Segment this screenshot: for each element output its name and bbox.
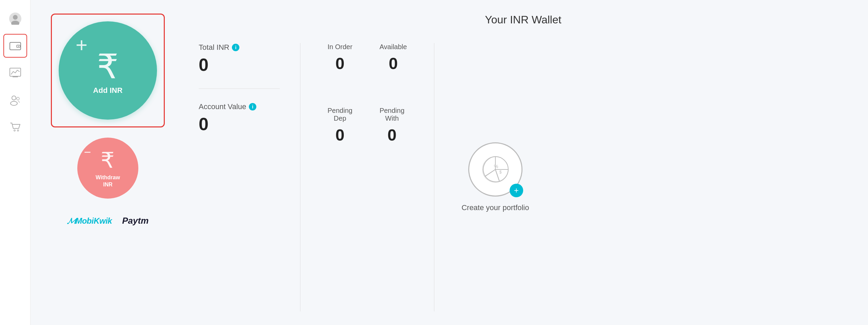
portfolio-section: % $ + Create your portfolio [434, 43, 529, 311]
paytm-logo: Paytm [122, 216, 149, 226]
in-order-label: In Order [328, 43, 352, 51]
mobikwik-logo: 𝓜MobiKwik [67, 216, 112, 226]
sidebar-item-wallet[interactable] [3, 34, 27, 58]
total-inr-label: Total INR i [199, 43, 280, 52]
sidebar [0, 0, 31, 325]
stats-bottom-row: PendingDep 0 PendingWith 0 [328, 107, 407, 144]
in-order-value: 0 [335, 54, 344, 73]
wallet-content: Total INR i 0 Account Value i 0 [199, 43, 848, 311]
stat-divider [199, 88, 280, 89]
total-inr-info-icon[interactable]: i [232, 44, 239, 51]
sidebar-item-users[interactable] [3, 88, 27, 112]
svg-rect-6 [10, 68, 21, 76]
svg-point-8 [12, 96, 16, 100]
svg-rect-3 [10, 42, 21, 50]
pending-dep-col: PendingDep 0 [328, 107, 352, 144]
payment-logos: 𝓜MobiKwik Paytm [67, 216, 149, 226]
account-value-label: Account Value i [199, 102, 280, 111]
account-value: 0 [199, 114, 280, 134]
withdraw-inr-label: WithdrawINR [96, 174, 120, 188]
svg-point-9 [11, 101, 17, 105]
add-inr-button[interactable]: + ₹ Add INR [59, 21, 157, 120]
wallet-section: Your INR Wallet Total INR i 0 Account Va… [185, 14, 848, 311]
total-inr-value: 0 [199, 55, 280, 75]
available-col: Available 0 [379, 43, 407, 73]
minus-icon: − [84, 145, 91, 159]
available-label: Available [379, 43, 407, 51]
pending-with-value: 0 [388, 126, 397, 144]
stats-top-row: In Order 0 Available 0 [328, 43, 407, 73]
rupee-add-icon: ₹ [97, 49, 119, 83]
portfolio-plus-button[interactable]: + [510, 184, 523, 197]
pending-with-col: PendingWith 0 [379, 107, 404, 144]
available-value: 0 [389, 54, 398, 73]
portfolio-circle[interactable]: % $ + [468, 142, 522, 197]
svg-rect-7 [13, 76, 18, 77]
pending-dep-label: PendingDep [328, 107, 352, 122]
svg-point-10 [17, 97, 19, 100]
svg-point-1 [13, 15, 18, 20]
pending-dep-value: 0 [335, 126, 344, 144]
total-inr-stat: Total INR i 0 [199, 43, 280, 75]
account-value-info-icon[interactable]: i [249, 103, 256, 110]
sidebar-item-markets[interactable] [3, 61, 27, 85]
withdraw-inr-button[interactable]: − ₹ WithdrawINR [77, 138, 138, 199]
svg-text:%: % [494, 164, 498, 169]
account-value-stat: Account Value i 0 [199, 102, 280, 134]
add-inr-wrapper: + ₹ Add INR [51, 14, 165, 127]
rupee-withdraw-icon: ₹ [101, 148, 115, 173]
svg-point-12 [17, 130, 19, 131]
wallet-title: Your INR Wallet [199, 14, 848, 26]
main-content: + ₹ Add INR − ₹ WithdrawINR 𝓜MobiKwik [31, 0, 868, 325]
stats-left: Total INR i 0 Account Value i 0 [199, 43, 300, 311]
left-panel: + ₹ Add INR − ₹ WithdrawINR 𝓜MobiKwik [51, 14, 165, 311]
stats-center: In Order 0 Available 0 PendingDep 0 [300, 43, 434, 311]
portfolio-label: Create your portfolio [461, 203, 529, 212]
portfolio-chart-icon: % $ [478, 153, 512, 186]
sidebar-item-cart[interactable] [3, 115, 27, 139]
svg-point-11 [14, 130, 15, 131]
pending-with-label: PendingWith [379, 107, 404, 122]
in-order-col: In Order 0 [328, 43, 352, 73]
plus-icon: + [76, 35, 87, 55]
svg-text:$: $ [499, 170, 501, 175]
add-inr-label: Add INR [93, 86, 123, 95]
sidebar-item-avatar[interactable] [3, 7, 27, 31]
svg-point-5 [18, 46, 19, 47]
